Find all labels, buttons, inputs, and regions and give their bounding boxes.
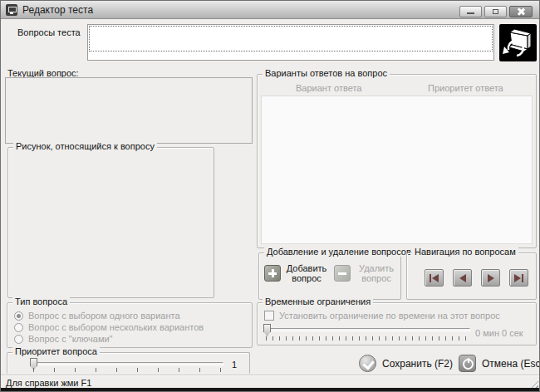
priority-group-title: Приоритет вопроса — [12, 346, 100, 356]
picture-group: Рисунок, относящийся к вопросу — [7, 147, 214, 298]
app-icon — [6, 4, 17, 16]
save-button[interactable]: Сохранить (F2) — [359, 355, 453, 372]
add-remove-group-title: Добавление и удаление вопросов — [264, 247, 414, 257]
answers-headers: Вариант ответа Приоритет ответа — [258, 83, 536, 95]
radio-single-choice[interactable]: Вопрос с выбором одного варианта — [14, 311, 180, 321]
titlebar[interactable]: Редактор теста — [1, 1, 539, 19]
window-bottom-edge — [1, 388, 539, 391]
checkbox-icon — [264, 311, 274, 321]
time-slider-ticks — [266, 336, 470, 341]
answers-group: Варианты ответов на вопрос Вариант ответ… — [257, 74, 537, 248]
radio-keys-label: Вопрос с "ключами" — [28, 334, 113, 344]
answer-priority-column-header: Приоритет ответа — [428, 83, 503, 93]
nav-next-button[interactable] — [481, 269, 500, 287]
answers-group-title: Варианты ответов на вопрос — [263, 68, 390, 78]
questions-combobox-focus — [89, 26, 493, 51]
nav-first-button[interactable] — [425, 269, 444, 287]
test-editor-window: Редактор теста Вопросы теста Текущий воп… — [0, 0, 540, 392]
time-slider-track[interactable] — [264, 328, 470, 331]
cancel-button-label: Отмена (Esc) — [482, 358, 540, 370]
priority-value-label: 1 — [232, 360, 237, 370]
question-type-group: Тип вопроса Вопрос с выбором одного вари… — [7, 302, 253, 348]
time-slider-thumb[interactable] — [263, 324, 271, 336]
status-bar-text: Для справки жми F1 — [6, 378, 91, 388]
close-button[interactable] — [509, 6, 533, 17]
minus-icon — [334, 265, 351, 282]
time-value-label: 0 мин 0 сек — [475, 328, 523, 338]
radio-multiple-choice[interactable]: Вопрос с выбором нескольких вариантов — [14, 322, 204, 332]
maximize-button[interactable] — [484, 6, 507, 17]
check-circle-icon — [359, 355, 376, 372]
time-limits-group: Временные ограничения Установить огранич… — [257, 302, 537, 345]
plus-icon — [264, 265, 281, 282]
time-limit-checkbox-row[interactable]: Установить ограничение по времени на это… — [264, 311, 500, 321]
question-type-group-title: Тип вопроса — [12, 296, 70, 306]
cancel-button[interactable]: Отмена (Esc) — [459, 355, 540, 372]
navigation-group: Навигация по вопросам — [406, 252, 537, 300]
add-question-label: Добавить вопрос — [285, 263, 328, 283]
picture-group-title: Рисунок, относящийся к вопросу — [13, 141, 157, 151]
minimize-button[interactable] — [459, 6, 482, 17]
first-icon — [430, 274, 431, 282]
radio-single-choice-label: Вопрос с выбором одного варианта — [28, 311, 180, 321]
radio-icon — [14, 311, 23, 321]
time-limit-checkbox-label: Установить ограничение по времени на это… — [279, 311, 500, 321]
questions-label: Вопросы теста — [17, 27, 81, 37]
delete-question-button[interactable]: Удалить вопрос — [334, 263, 398, 283]
save-button-label: Сохранить (F2) — [382, 358, 453, 370]
last-icon — [514, 274, 521, 282]
answer-column-header: Вариант ответа — [296, 83, 361, 93]
priority-group: Приоритет вопроса 1 — [7, 352, 250, 374]
radio-keys[interactable]: Вопрос с "ключами" — [14, 334, 113, 344]
add-remove-group: Добавление и удаление вопросов Добавить … — [258, 252, 401, 300]
answers-list[interactable] — [261, 96, 533, 244]
priority-slider-track[interactable] — [31, 362, 223, 365]
priority-slider-ticks — [33, 368, 223, 372]
radio-icon — [14, 335, 23, 344]
power-icon — [459, 355, 476, 372]
next-icon — [488, 274, 494, 282]
maximize-icon — [493, 9, 498, 14]
current-question-panel — [5, 77, 253, 144]
window-title: Редактор теста — [22, 4, 93, 16]
nav-last-button[interactable] — [509, 269, 528, 287]
previous-icon — [459, 274, 466, 282]
time-limits-group-title: Временные ограничения — [263, 296, 373, 306]
radio-icon — [14, 323, 23, 332]
minimize-icon — [467, 12, 474, 14]
questions-combobox[interactable] — [87, 24, 494, 61]
delete-question-label: Удалить вопрос — [355, 263, 398, 283]
add-question-button[interactable]: Добавить вопрос — [264, 263, 328, 283]
radio-multiple-choice-label: Вопрос с выбором нескольких вариантов — [28, 322, 204, 332]
navigation-group-title: Навигация по вопросам — [412, 247, 518, 257]
book-refresh-icon — [499, 24, 537, 61]
close-icon — [517, 7, 525, 16]
nav-previous-button[interactable] — [453, 269, 472, 287]
